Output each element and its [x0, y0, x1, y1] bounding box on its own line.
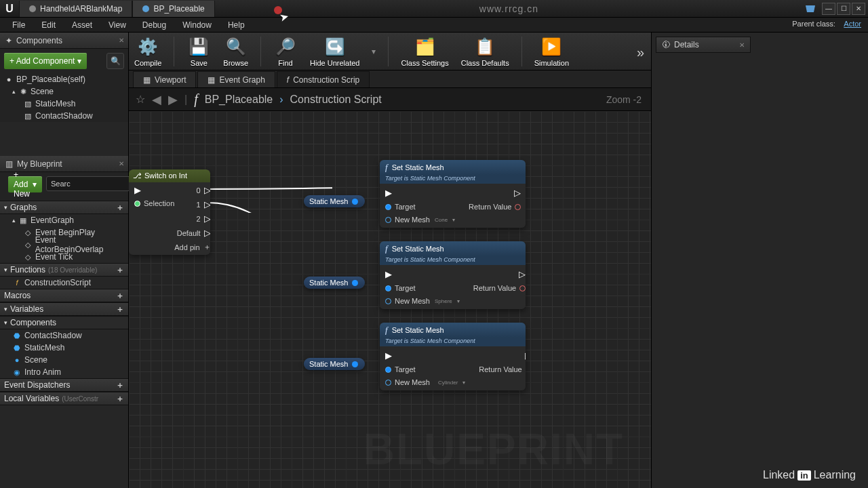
close-icon[interactable]: ✕ — [119, 160, 124, 167]
var-staticmesh[interactable]: ⬣StaticMesh — [0, 342, 128, 354]
toolbar: ⚙️Compile 💾Save 🔍Browse 🔎Find ↪️Hide Unr… — [129, 33, 651, 70]
var-icon: ⬣ — [12, 344, 22, 352]
book-icon: ▥ — [5, 159, 13, 169]
breadcrumb-script[interactable]: Construction Script — [290, 94, 382, 106]
section-macros[interactable]: Macros＋ — [0, 289, 128, 302]
event-icon: ◇ — [23, 228, 33, 237]
graph-canvas[interactable]: BLUEPRINT ⎇Switch on Int ▶ Selection — [129, 111, 651, 488]
var-pill-staticmesh-3[interactable]: Static Mesh — [304, 358, 365, 370]
hide-button[interactable]: ↪️Hide Unrelated — [310, 36, 359, 67]
add-icon[interactable]: ＋ — [116, 202, 124, 214]
function-icon: f — [287, 75, 289, 85]
breadcrumb-asset[interactable]: BP_Placeable — [205, 94, 273, 106]
search-icon[interactable]: 🔍 — [106, 53, 124, 69]
var-scene[interactable]: ●Scene — [0, 354, 128, 366]
shadow-icon: ▧ — [23, 112, 33, 121]
var-pill-staticmesh-2[interactable]: Static Mesh — [304, 277, 365, 289]
class-settings-button[interactable]: 🗂️Class Settings — [401, 36, 448, 67]
components-panel-tab[interactable]: ✦ Components✕ — [0, 33, 128, 49]
section-dispatchers[interactable]: Event Dispatchers＋ — [0, 378, 128, 392]
add-icon[interactable]: ＋ — [116, 264, 124, 276]
add-icon[interactable]: ＋ — [116, 290, 124, 302]
sphere-icon: ● — [4, 75, 14, 83]
compile-button[interactable]: ⚙️Compile — [134, 36, 161, 67]
function-icon: f — [385, 162, 388, 173]
browse-button[interactable]: 🔍Browse — [223, 36, 248, 67]
overflow-icon[interactable]: » — [637, 45, 644, 60]
node-set-static-mesh-3[interactable]: fSet Static Mesh Target is Static Mesh C… — [380, 323, 526, 390]
class-defaults-button[interactable]: 📋Class Defaults — [461, 36, 509, 67]
add-pin-button[interactable]: Add pin＋ — [174, 242, 210, 252]
graph-icon: ▦ — [208, 75, 215, 85]
menu-asset[interactable]: Asset — [65, 19, 99, 31]
save-icon: 💾 — [186, 36, 211, 58]
add-component-button[interactable]: + Add Component▾ — [4, 53, 87, 69]
component-scene[interactable]: ▴✺Scene — [0, 85, 128, 98]
forward-icon[interactable]: ▶ — [168, 92, 178, 107]
close-icon[interactable]: ✕ — [739, 41, 745, 49]
title-bar: U HandheldARBlankMap BP_Placeable www.rr… — [0, 0, 868, 18]
node-switch-on-int[interactable]: ⎇Switch on Int ▶ Selection 0▷ 1▷ 2▷ Defa… — [129, 169, 210, 255]
favorite-icon[interactable]: ☆ — [136, 93, 145, 106]
center-area: ⚙️Compile 💾Save 🔍Browse 🔎Find ↪️Hide Unr… — [129, 33, 651, 488]
section-components-vars[interactable]: ▾Components — [0, 316, 128, 329]
myblueprint-panel-tab[interactable]: ▥ My Blueprint✕ — [0, 156, 128, 172]
event-icon: ◇ — [23, 253, 33, 262]
add-icon[interactable]: ＋ — [116, 393, 124, 405]
graph-bg-label: BLUEPRINT — [363, 424, 624, 474]
section-functions[interactable]: ▾Functions(18 Overridable)＋ — [0, 263, 128, 277]
node-set-static-mesh-1[interactable]: fSet Static Mesh Target is Static Mesh C… — [380, 160, 526, 228]
tab-construction[interactable]: fConstruction Scrip — [277, 71, 370, 87]
simulation-button[interactable]: ▶️Simulation — [534, 36, 569, 67]
sub-tabs: ▦Viewport ▦Event Graph fConstruction Scr… — [129, 70, 651, 88]
menu-debug[interactable]: Debug — [136, 19, 173, 31]
event-icon: ◇ — [23, 241, 33, 249]
component-root[interactable]: ●BP_Placeable(self) — [0, 73, 128, 85]
menu-help[interactable]: Help — [221, 19, 252, 31]
parent-class-link[interactable]: Actor — [844, 20, 861, 28]
scene-icon: ✺ — [18, 87, 28, 96]
save-button[interactable]: 💾Save — [186, 36, 211, 67]
component-contactshadow[interactable]: ▧ContactShadow — [0, 110, 128, 122]
viewport-icon: ▦ — [143, 75, 151, 85]
event-overlap[interactable]: ◇Event ActorBeginOverlap — [0, 239, 128, 251]
menu-edit[interactable]: Edit — [35, 19, 62, 31]
var-pill-staticmesh-1[interactable]: Static Mesh — [304, 195, 365, 207]
details-panel-tab[interactable]: 🛈 Details ✕ — [656, 37, 751, 53]
component-staticmesh[interactable]: ▧StaticMesh — [0, 98, 128, 110]
find-button[interactable]: 🔎Find — [273, 36, 298, 67]
watermark-url: www.rrcg.cn — [215, 3, 803, 14]
section-localvars[interactable]: Local Variables(UserConstr＋ — [0, 392, 128, 405]
marketplace-icon[interactable] — [803, 1, 818, 16]
close-icon[interactable]: ✕ — [119, 37, 124, 44]
graph-eventgraph[interactable]: ▴▦EventGraph — [0, 214, 128, 226]
title-tab-map[interactable]: HandheldARBlankMap — [19, 1, 132, 17]
back-icon[interactable]: ◀ — [152, 92, 161, 107]
section-variables[interactable]: ▾Variables＋ — [0, 302, 128, 316]
settings-icon: 🗂️ — [413, 36, 437, 58]
section-graphs[interactable]: ▾Graphs＋ — [0, 201, 128, 214]
menu-view[interactable]: View — [102, 19, 133, 31]
add-icon[interactable]: ＋ — [116, 304, 124, 315]
maximize-button[interactable]: ☐ — [837, 3, 850, 15]
function-construction[interactable]: fConstructionScript — [0, 277, 128, 289]
find-icon: 🔎 — [273, 36, 298, 58]
graph-icon: ▦ — [18, 216, 28, 225]
minimize-button[interactable]: — — [822, 3, 835, 15]
node-set-static-mesh-2[interactable]: fSet Static Mesh Target is Static Mesh C… — [380, 241, 526, 309]
mesh-icon: ▧ — [23, 100, 33, 108]
linkedin-watermark: LinkedinLearning — [763, 469, 856, 481]
var-icon: ◉ — [12, 368, 22, 377]
var-introanim[interactable]: ◉Intro Anim — [0, 366, 128, 378]
menu-window[interactable]: Window — [176, 19, 218, 31]
menu-file[interactable]: File — [5, 19, 32, 31]
title-tab-bp[interactable]: BP_Placeable — [132, 1, 214, 17]
compile-icon: ⚙️ — [136, 36, 160, 58]
add-new-button[interactable]: + Add New▾ — [8, 176, 42, 192]
var-contactshadow[interactable]: ⬣ContactShadow — [0, 329, 128, 342]
add-icon[interactable]: ＋ — [116, 380, 124, 391]
close-button[interactable]: ✕ — [852, 3, 865, 15]
tab-eventgraph[interactable]: ▦Event Graph — [197, 71, 275, 87]
right-column: 🛈 Details ✕ — [651, 33, 868, 488]
tab-viewport[interactable]: ▦Viewport — [133, 71, 196, 87]
